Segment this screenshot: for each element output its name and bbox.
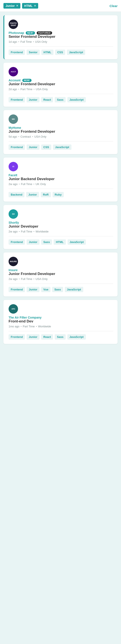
job-card-airfilter[interactable]: AFC The Air Filter Company Front-end Dev…	[4, 300, 118, 344]
tag-sass[interactable]: Sass	[41, 239, 52, 245]
job-location: Worldwide	[36, 230, 48, 233]
time-ago: 2w ago	[8, 182, 18, 186]
tag-html[interactable]: HTML	[54, 239, 66, 245]
time-ago: 2w ago	[8, 230, 18, 233]
card-header: ACCT	[8, 67, 113, 76]
company-logo: AFC	[8, 304, 18, 314]
company-name: Insure	[8, 268, 18, 272]
clear-filters-button[interactable]: Clear	[110, 4, 118, 8]
dot-1: •	[19, 183, 20, 185]
job-card-faceit[interactable]: FI FaceIt Junior Backend Developer 2w ag…	[4, 158, 118, 202]
tags-list: FrontendJuniorVueSassJavaScript	[8, 287, 113, 292]
tag-junior[interactable]: Junior	[26, 334, 40, 340]
card-header: MH	[8, 114, 113, 124]
featured-badge: Featured	[37, 31, 52, 34]
dot-2: •	[36, 325, 37, 328]
dot-1: •	[19, 230, 20, 233]
tag-sass[interactable]: Sass	[55, 97, 66, 102]
tag-javascript[interactable]: JavaScript	[67, 334, 86, 340]
tag-frontend[interactable]: Frontend	[8, 287, 25, 292]
dot-2: •	[33, 40, 34, 43]
job-location: UK Only	[36, 182, 46, 186]
job-title: Junior Developer	[8, 224, 113, 228]
tag-ror[interactable]: RoR	[41, 192, 51, 197]
tag-javascript[interactable]: JavaScript	[65, 287, 83, 292]
job-title: Junior Frontend Developer	[8, 130, 113, 134]
tags-list: FrontendJuniorCSSJavaScript	[8, 144, 113, 150]
job-type: Contract	[20, 135, 31, 138]
tag-junior[interactable]: Junior	[26, 192, 39, 197]
job-card-shortly[interactable]: SH Shortly Junior Developer 2w ago • Ful…	[4, 205, 118, 249]
company-name-row: Photosnap New! Featured	[8, 31, 113, 34]
remove-filter-html-icon[interactable]: ✕	[34, 4, 36, 7]
tag-frontend[interactable]: Frontend	[8, 334, 25, 340]
company-name: Photosnap	[8, 31, 24, 34]
dot-2: •	[34, 230, 34, 233]
job-title: Front-end Dev	[8, 319, 113, 324]
time-ago: 2w ago	[8, 277, 18, 280]
dot-1: •	[18, 40, 19, 43]
tag-sass[interactable]: Sass	[52, 287, 63, 292]
tag-backend[interactable]: Backend	[8, 192, 24, 197]
tag-html[interactable]: HTML	[42, 50, 54, 55]
job-location: USA Only	[34, 135, 46, 138]
tag-frontend[interactable]: Frontend	[8, 97, 25, 102]
tag-junior[interactable]: Junior	[26, 144, 40, 150]
company-name: Account	[8, 78, 20, 82]
remove-filter-junior-icon[interactable]: ✕	[16, 4, 18, 7]
job-type: Part Time	[23, 325, 35, 328]
company-name-row: The Air Filter Company	[8, 316, 113, 319]
tag-senior[interactable]: Senior	[26, 50, 40, 55]
job-meta: 1mo ago • Part Time • Worldwide	[8, 325, 113, 328]
tag-react[interactable]: React	[41, 334, 53, 340]
tag-react[interactable]: React	[41, 97, 53, 102]
job-location: USA Only	[35, 40, 47, 43]
job-type: Full Time	[21, 230, 32, 233]
tag-vue[interactable]: Vue	[41, 287, 50, 292]
card-header: SH	[8, 209, 113, 219]
job-card-insure[interactable]: INSURE Insure Junior Frontend Developer …	[4, 252, 118, 296]
tag-javascript[interactable]: JavaScript	[53, 144, 72, 150]
job-card-account[interactable]: ACCT Account New! Junior Frontend Develo…	[4, 63, 118, 107]
tag-javascript[interactable]: JavaScript	[68, 239, 86, 245]
card-divider	[8, 94, 113, 94]
tag-javascript[interactable]: JavaScript	[67, 50, 86, 55]
tag-ruby[interactable]: Ruby	[52, 192, 64, 197]
filter-tag-html: HTML✕	[22, 3, 38, 8]
card-header: PHOTO SNAP	[8, 20, 113, 29]
filter-bar: Junior✕HTML✕ Clear	[0, 0, 121, 12]
card-divider	[8, 46, 113, 46]
card-divider	[8, 284, 113, 284]
filter-tag-label: Junior	[6, 4, 15, 8]
tag-javascript[interactable]: JavaScript	[67, 97, 86, 102]
time-ago: 5d ago	[8, 135, 17, 138]
tags-list: FrontendJuniorReactSassJavaScript	[8, 97, 113, 102]
tags-list: FrontendJuniorSassHTMLJavaScript	[8, 239, 113, 245]
job-title: Junior Frontend Developer	[8, 272, 113, 276]
card-header: INSURE	[8, 257, 113, 266]
tag-frontend[interactable]: Frontend	[8, 50, 25, 55]
company-name: The Air Filter Company	[8, 316, 42, 319]
job-title: Senior Frontend Developer	[8, 34, 113, 39]
logo-initials: FI	[12, 166, 14, 168]
company-name-row: MyHome	[8, 126, 113, 130]
tags-list: FrontendSeniorHTMLCSSJavaScript	[8, 50, 113, 55]
jobs-list: PHOTO SNAP Photosnap New! Featured Senio…	[0, 12, 121, 347]
logo-initials: PHOTO SNAP	[8, 22, 18, 26]
dot-1: •	[19, 278, 20, 280]
time-ago: 1mo ago	[8, 325, 20, 328]
company-name-row: Insure	[8, 268, 113, 272]
tag-css[interactable]: CSS	[41, 144, 51, 150]
tag-css[interactable]: CSS	[55, 50, 65, 55]
card-header: FI	[8, 162, 113, 171]
tag-junior[interactable]: Junior	[26, 287, 40, 292]
tag-sass[interactable]: Sass	[55, 334, 66, 340]
tag-frontend[interactable]: Frontend	[8, 239, 25, 245]
tag-junior[interactable]: Junior	[26, 97, 40, 102]
dot-2: •	[34, 278, 34, 280]
job-card-photosnap[interactable]: PHOTO SNAP Photosnap New! Featured Senio…	[4, 15, 118, 59]
job-type: Full Time	[21, 277, 32, 280]
tag-junior[interactable]: Junior	[26, 239, 40, 245]
tag-frontend[interactable]: Frontend	[8, 144, 25, 150]
job-card-myhome[interactable]: MH MyHome Junior Frontend Developer 5d a…	[4, 110, 118, 154]
